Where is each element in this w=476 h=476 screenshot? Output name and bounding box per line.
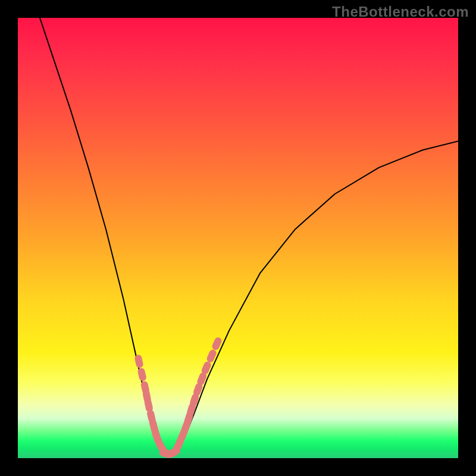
chart-frame: TheBottleneck.com [0, 0, 476, 476]
svg-rect-1 [137, 367, 147, 381]
curve-line [40, 18, 458, 454]
marker-dots [134, 336, 223, 458]
svg-rect-0 [134, 354, 144, 368]
watermark-text: TheBottleneck.com [332, 4, 469, 20]
chart-svg [18, 18, 458, 458]
plot-area [18, 18, 458, 458]
